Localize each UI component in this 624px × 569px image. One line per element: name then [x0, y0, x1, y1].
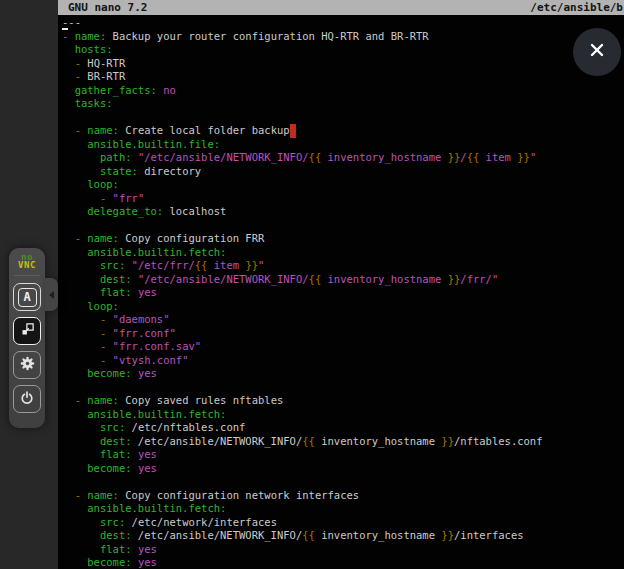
editor-line: --- — [62, 16, 624, 30]
editor-line: ansible.builtin.fetch: — [62, 246, 624, 260]
editor-line: tasks: — [62, 97, 624, 111]
novnc-logo: no VNC — [18, 253, 36, 269]
editor-line: ansible.builtin.fetch: — [62, 502, 624, 516]
fullscreen-icon — [20, 322, 35, 340]
editor-line: hosts: — [62, 43, 624, 57]
editor-line: become: yes — [62, 462, 624, 476]
gear-icon — [19, 355, 36, 375]
terminal-window: GNU nano 7.2 /etc/ansible/b ---- name: B… — [58, 0, 624, 569]
editor-line: flat: yes — [62, 286, 624, 300]
power-button[interactable] — [13, 385, 41, 413]
editor-line: loop: — [62, 178, 624, 192]
editor-line: ansible.builtin.fetch: — [62, 408, 624, 422]
editor-line: ansible.builtin.file: — [62, 138, 624, 152]
nano-titlebar: GNU nano 7.2 /etc/ansible/b — [58, 0, 624, 15]
editor-line: gather_facts: no — [62, 84, 624, 98]
nano-app-version: GNU nano 7.2 — [68, 0, 147, 15]
editor-line — [62, 475, 624, 489]
close-button[interactable] — [573, 28, 621, 76]
editor-line: - "frr.conf" — [62, 327, 624, 341]
vnc-desktop: GNU nano 7.2 /etc/ansible/b ---- name: B… — [0, 0, 624, 569]
editor-line: - BR-RTR — [62, 70, 624, 84]
editor-content[interactable]: ---- name: Backup your router configurat… — [58, 15, 624, 569]
text-cursor — [290, 124, 296, 138]
editor-line: - "daemons" — [62, 313, 624, 327]
nano-file-path: /etc/ansible/b — [530, 0, 623, 15]
editor-line: loop: — [62, 300, 624, 314]
editor-line: - name: Copy configuration network inter… — [62, 489, 624, 503]
editor-line: delegate_to: localhost — [62, 205, 624, 219]
editor-line: - name: Backup your router configuration… — [62, 30, 624, 44]
editor-line — [62, 381, 624, 395]
vnc-panel-handle[interactable] — [45, 278, 58, 311]
editor-line: - "frr" — [62, 192, 624, 206]
fullscreen-button[interactable] — [13, 317, 41, 345]
editor-line — [62, 219, 624, 233]
editor-line: - "frr.conf.sav" — [62, 340, 624, 354]
settings-button[interactable] — [13, 351, 41, 379]
editor-line: src: /etc/network/interfaces — [62, 516, 624, 530]
editor-line: dest: "/etc/ansible/NETWORK_INFO/{{ inve… — [62, 273, 624, 287]
novnc-logo-line2: VNC — [18, 261, 36, 269]
editor-line: path: "/etc/ansible/NETWORK_INFO/{{ inve… — [62, 151, 624, 165]
editor-line: - HQ-RTR — [62, 57, 624, 71]
power-icon — [19, 390, 35, 409]
vnc-control-bar: no VNC A — [9, 248, 45, 428]
editor-line: - name: Copy configuration FRR — [62, 232, 624, 246]
editor-line: dest: /etc/ansible/NETWORK_INFO/{{ inven… — [62, 529, 624, 543]
editor-line — [62, 111, 624, 125]
divider — [14, 275, 40, 276]
chevron-left-icon — [49, 291, 54, 299]
editor-line: src: "/etc/frr/{{ item }}" — [62, 259, 624, 273]
editor-line: become: yes — [62, 556, 624, 569]
editor-line: flat: yes — [62, 543, 624, 557]
editor-line: - name: Create local folder backup — [62, 124, 624, 138]
editor-line: src: /etc/nftables.conf — [62, 421, 624, 435]
editor-line: state: directory — [62, 165, 624, 179]
keyboard-key-icon: A — [18, 288, 37, 307]
editor-line: dest: /etc/ansible/NETWORK_INFO/{{ inven… — [62, 435, 624, 449]
extra-keys-button[interactable]: A — [13, 283, 41, 311]
editor-line: flat: yes — [62, 448, 624, 462]
close-icon — [588, 41, 606, 63]
editor-line: - name: Copy saved rules nftables — [62, 394, 624, 408]
editor-line: become: yes — [62, 367, 624, 381]
editor-line: - "vtysh.conf" — [62, 354, 624, 368]
